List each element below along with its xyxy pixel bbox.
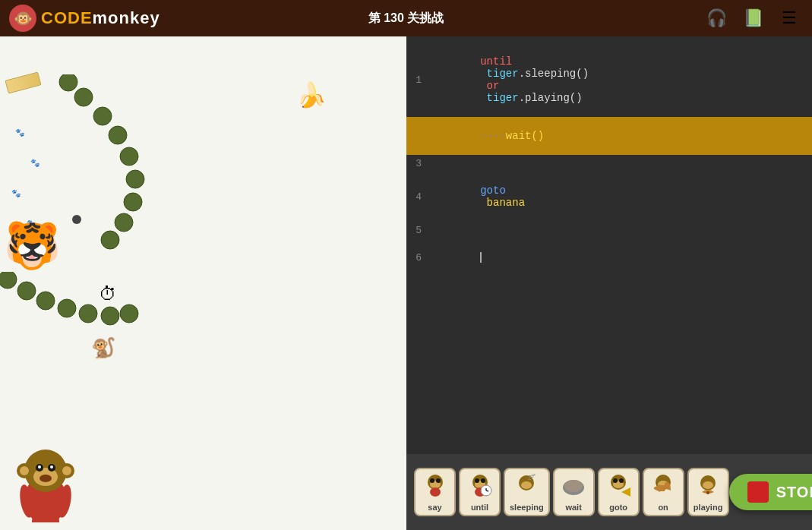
svg-text:🐾: 🐾 — [11, 188, 21, 198]
code-line-4: 4 goto banana — [406, 172, 812, 222]
svg-point-59 — [619, 478, 624, 483]
monkey-character — [11, 439, 80, 522]
ball — [72, 215, 81, 224]
line-number-2: 2 — [406, 131, 429, 142]
book-icon[interactable]: 📗 — [739, 5, 766, 32]
menu-icon[interactable]: ☰ — [776, 5, 803, 32]
svg-point-7 — [115, 213, 133, 232]
svg-point-55 — [564, 480, 583, 492]
svg-text:z: z — [533, 472, 536, 477]
stop-icon — [747, 481, 769, 503]
vine-bottom — [0, 272, 152, 363]
on-button[interactable]: on — [643, 468, 684, 516]
svg-point-27 — [39, 475, 52, 482]
header: 🐵 CODEmonkey 第 130 关挑战 🎧 📗 ☰ — [0, 0, 812, 36]
challenge-title: 第 130 关挑战 — [368, 11, 444, 27]
svg-point-25 — [38, 465, 41, 468]
line-number-6: 6 — [406, 252, 429, 263]
code-line-2: 2 ····wait() — [406, 117, 812, 155]
code-line-1: 1 until tiger.sleeping() or tiger.playin… — [406, 43, 812, 117]
svg-point-5 — [126, 170, 144, 188]
goto-label: goto — [609, 503, 627, 512]
until-label: until — [471, 503, 488, 512]
svg-point-14 — [17, 282, 36, 300]
svg-text:🐾: 🐾 — [15, 128, 25, 137]
svg-point-18 — [101, 307, 119, 325]
svg-point-50 — [521, 481, 532, 489]
svg-point-4 — [120, 147, 138, 166]
sleeping-button[interactable]: z z z sleeping — [504, 468, 550, 516]
line-content-3 — [429, 157, 435, 169]
wait-button[interactable]: wait — [553, 468, 595, 516]
code-editor[interactable]: 1 until tiger.sleeping() or tiger.playin… — [406, 36, 812, 454]
say-icon — [423, 472, 447, 501]
code-line-5: 5 — [406, 222, 812, 238]
monkey-walking: 🐒 — [91, 336, 115, 360]
logo: 🐵 CODEmonkey — [9, 5, 160, 32]
svg-line-48 — [486, 491, 488, 491]
svg-point-1 — [74, 88, 93, 106]
bottom-toolbar: say until — [406, 454, 812, 530]
svg-rect-63 — [660, 485, 665, 491]
svg-point-2 — [93, 107, 112, 125]
sleeping-label: sleeping — [510, 503, 544, 512]
code-line-6: 6 — [406, 238, 812, 276]
game-area: 🍌 🐾 🐾 🐾 🐾 🐯 ⏱ 🐒 — [0, 36, 406, 530]
svg-point-39 — [436, 478, 441, 483]
svg-point-66 — [706, 491, 709, 494]
wait-label: wait — [565, 503, 581, 512]
headphones-icon[interactable]: 🎧 — [703, 5, 730, 32]
goto-icon — [606, 472, 630, 501]
stop-button-area: STOP ↻ ⚙ — [729, 469, 812, 515]
logo-text: CODEmonkey — [41, 8, 160, 28]
code-content: 1 until tiger.sleeping() or tiger.playin… — [406, 36, 812, 282]
logo-icon: 🐵 — [9, 5, 36, 32]
svg-marker-60 — [621, 487, 630, 497]
svg-point-6 — [124, 193, 142, 211]
on-label: on — [658, 503, 668, 512]
line-number-1: 1 — [406, 74, 429, 86]
svg-point-8 — [101, 231, 119, 249]
line-content-5 — [429, 224, 435, 236]
svg-point-65 — [703, 481, 713, 489]
line-number-4: 4 — [406, 191, 429, 203]
svg-point-31 — [62, 466, 71, 475]
wait-icon — [561, 472, 586, 501]
sleeping-icon: z z z — [514, 472, 539, 501]
line-content-1: until tiger.sleeping() or tiger.playing(… — [429, 43, 589, 116]
svg-point-43 — [475, 478, 479, 483]
svg-point-29 — [20, 466, 29, 475]
svg-text:🐾: 🐾 — [30, 158, 40, 168]
svg-point-26 — [50, 465, 53, 468]
on-icon — [651, 472, 675, 501]
svg-point-16 — [58, 299, 76, 317]
line-content-4: goto banana — [429, 172, 525, 221]
until-button[interactable]: until — [459, 468, 501, 516]
header-right: 🎧 📗 ☰ — [703, 5, 803, 32]
line-content-2: ····wait() — [429, 118, 544, 154]
stop-button[interactable]: STOP — [729, 474, 812, 510]
svg-point-38 — [430, 478, 434, 483]
playing-button[interactable]: playing — [687, 468, 729, 516]
svg-point-40 — [430, 487, 441, 497]
until-icon — [468, 472, 492, 501]
svg-point-0 — [59, 74, 77, 91]
svg-point-19 — [120, 304, 138, 323]
say-label: say — [428, 503, 441, 512]
svg-point-13 — [0, 272, 17, 289]
goto-button[interactable]: goto — [598, 468, 640, 516]
svg-point-3 — [109, 126, 127, 144]
svg-point-15 — [36, 292, 55, 310]
stopwatch: ⏱ — [99, 283, 117, 304]
svg-point-17 — [79, 304, 97, 323]
line-number-3: 3 — [406, 158, 429, 169]
line-number-5: 5 — [406, 225, 429, 236]
playing-label: playing — [694, 503, 723, 512]
code-line-3: 3 — [406, 155, 812, 172]
stop-label: STOP — [776, 484, 812, 501]
toolbar-buttons: say until — [414, 468, 729, 516]
svg-point-44 — [481, 478, 485, 483]
line-content-6 — [429, 239, 482, 276]
playing-icon — [696, 472, 720, 501]
say-button[interactable]: say — [414, 468, 456, 516]
